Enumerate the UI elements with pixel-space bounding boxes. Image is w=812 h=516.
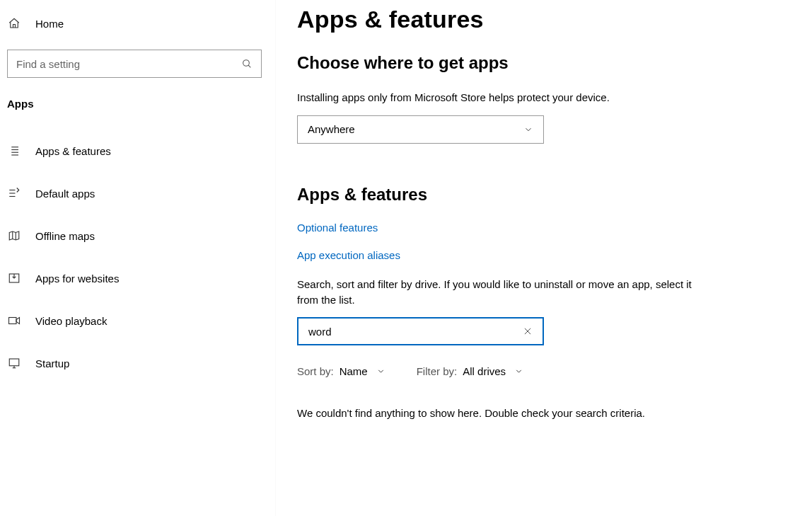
chevron-down-icon [523, 125, 533, 134]
sort-filter-row: Sort by: Name Filter by: All drives [297, 365, 784, 377]
filter-label: Filter by: [417, 365, 458, 377]
page-title: Apps & features [297, 6, 784, 33]
sort-by-control[interactable]: Sort by: Name [297, 365, 385, 377]
home-nav[interactable]: Home [0, 13, 275, 34]
svg-line-1 [248, 65, 250, 67]
home-icon [7, 17, 21, 30]
nav-apps-features[interactable]: Apps & features [0, 134, 275, 168]
settings-search-input[interactable] [16, 58, 241, 70]
clear-search-button[interactable] [520, 323, 535, 339]
empty-results-message: We couldn't find anything to show here. … [297, 406, 679, 422]
dropdown-value: Anywhere [308, 123, 355, 135]
sidebar-nav: Apps & features Default apps Offline map… [0, 134, 275, 380]
svg-rect-18 [9, 318, 17, 324]
home-label: Home [35, 18, 64, 30]
choose-description: Installing apps only from Microsoft Stor… [297, 90, 784, 105]
nav-startup[interactable]: Startup [0, 346, 275, 380]
nav-item-label: Offline maps [35, 230, 95, 242]
startup-icon [7, 357, 21, 369]
apps-features-heading: Apps & features [297, 185, 784, 205]
app-search-input[interactable] [308, 326, 520, 338]
nav-default-apps[interactable]: Default apps [0, 176, 275, 210]
nav-video-playback[interactable]: Video playback [0, 304, 275, 338]
search-icon [241, 58, 253, 69]
nav-item-label: Apps for websites [35, 273, 119, 285]
app-source-dropdown[interactable]: Anywhere [297, 115, 544, 144]
chevron-down-icon [376, 367, 385, 376]
chevron-down-icon [514, 367, 523, 376]
nav-apps-websites[interactable]: Apps for websites [0, 261, 275, 295]
app-search-box[interactable] [297, 317, 544, 345]
video-playback-icon [7, 314, 21, 327]
filter-by-control[interactable]: Filter by: All drives [417, 365, 523, 377]
nav-item-label: Default apps [35, 188, 95, 200]
nav-item-label: Startup [35, 357, 69, 369]
svg-rect-20 [9, 359, 19, 366]
choose-heading: Choose where to get apps [297, 53, 784, 73]
svg-marker-13 [9, 231, 19, 240]
nav-item-label: Apps & features [35, 145, 111, 157]
filter-value: All drives [463, 365, 506, 377]
app-execution-aliases-link[interactable]: App execution aliases [297, 249, 784, 261]
settings-search-box[interactable] [7, 50, 262, 78]
offline-maps-icon [7, 229, 21, 242]
main-content: Apps & features Choose where to get apps… [276, 0, 812, 516]
apps-features-icon [7, 144, 21, 157]
settings-search-wrap [7, 50, 268, 78]
nav-item-label: Video playback [35, 315, 107, 327]
sort-label: Sort by: [297, 365, 334, 377]
sidebar: Home Apps Apps & features [0, 0, 276, 516]
search-hint-text: Search, sort and filter by drive. If you… [297, 277, 693, 308]
sort-value: Name [340, 365, 368, 377]
svg-point-0 [243, 60, 250, 67]
svg-marker-19 [16, 318, 20, 324]
default-apps-icon [7, 187, 21, 200]
apps-websites-icon [7, 272, 21, 285]
sidebar-section-label: Apps [0, 78, 275, 117]
optional-features-link[interactable]: Optional features [297, 222, 784, 234]
nav-offline-maps[interactable]: Offline maps [0, 219, 275, 253]
